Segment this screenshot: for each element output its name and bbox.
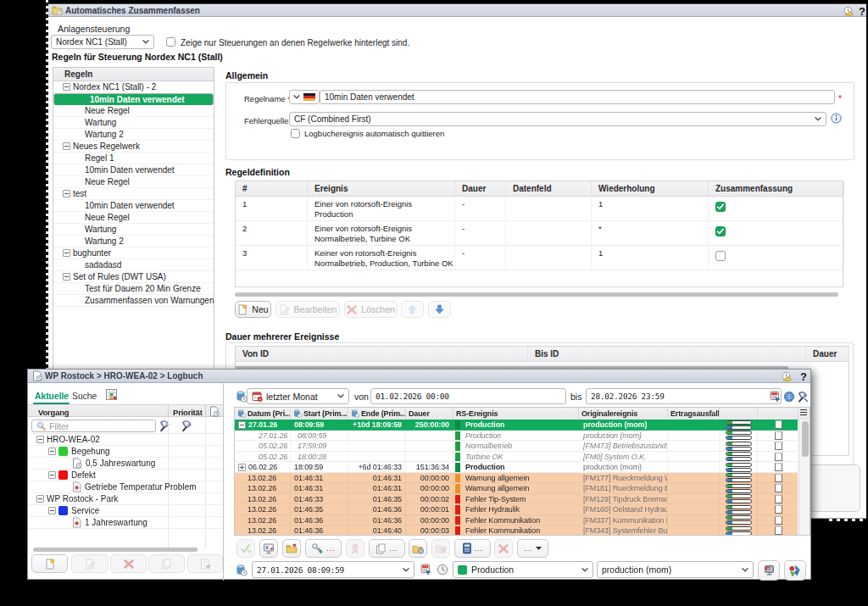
table-vscrollbar-track[interactable] bbox=[798, 420, 810, 536]
neu-button[interactable]: Neu bbox=[235, 301, 271, 318]
logbook-database-icon[interactable] bbox=[236, 391, 248, 403]
clock-icon[interactable] bbox=[437, 564, 448, 575]
export-entry-button[interactable] bbox=[187, 554, 223, 573]
logtable-row[interactable]: 27.01.2608:09:59+10d 18:09:59250:00:00Pr… bbox=[235, 420, 798, 431]
attach-key-button[interactable]: ... bbox=[305, 539, 342, 558]
vorgang-column-header[interactable]: Vorgang bbox=[38, 408, 69, 417]
rules-tree-item[interactable]: Zusammenfassen von Warnungen un bbox=[53, 295, 214, 307]
globe-icon[interactable] bbox=[783, 391, 795, 403]
dauer-column-header[interactable]: Dauer bbox=[806, 347, 849, 361]
entry-database-icon[interactable] bbox=[236, 564, 248, 576]
logbuch-tree-item[interactable]: 0,5 Jahreswartung bbox=[28, 458, 223, 470]
rules-tree-item[interactable]: Regel 1 bbox=[53, 153, 214, 164]
regeldefinition-column-header[interactable]: Wiederholung bbox=[592, 181, 709, 196]
zusammenfassung-checkbox[interactable] bbox=[715, 226, 726, 236]
logtable-row[interactable]: 13.02.2601:46:3601:46:4000:00:03Fehler K… bbox=[235, 525, 798, 536]
rules-tree-item[interactable]: test bbox=[53, 188, 214, 200]
rules-tree-item[interactable]: Neue Regel bbox=[53, 212, 214, 224]
move-down-button[interactable] bbox=[428, 301, 451, 318]
quittiert-checkbox[interactable] bbox=[775, 442, 782, 450]
delete-button[interactable] bbox=[494, 539, 513, 558]
regeldefinition-row[interactable]: 2Einer von rotorsoft-EreignisNormalbetri… bbox=[236, 220, 843, 246]
prioritaet-funnel-icon[interactable] bbox=[181, 420, 193, 432]
collapse-box-icon[interactable] bbox=[48, 471, 56, 479]
logtable-row[interactable]: 13.02.2601:46:3101:46:3100:00:00Warnung … bbox=[235, 473, 798, 484]
logtable-row[interactable]: 13.02.2601:46:3501:46:3600:00:01Fehler H… bbox=[235, 504, 798, 515]
back-help-button[interactable]: ? bbox=[859, 5, 865, 18]
acknowledge-button[interactable] bbox=[236, 539, 255, 558]
logtable-column-header[interactable]: Dauer bbox=[406, 408, 453, 420]
logbuch-tree-item[interactable]: HRO-WEA-02 bbox=[28, 434, 223, 446]
rules-tree-item[interactable]: Wartung 2 bbox=[53, 236, 214, 247]
logtable-column-header[interactable]: Ertragsausfall bbox=[668, 408, 720, 420]
logbuch-tree-item[interactable]: WP Rostock - Park bbox=[28, 493, 223, 505]
quittiert-checkbox[interactable] bbox=[775, 505, 782, 514]
bis-date-input[interactable]: 28.02.2026 23:59 bbox=[586, 388, 782, 404]
doc-clock-column-icon[interactable] bbox=[209, 406, 220, 417]
quittiert-checkbox[interactable] bbox=[775, 474, 782, 482]
rules-tree-item[interactable]: sadadasd bbox=[53, 259, 214, 271]
date-range-select[interactable]: letzter Monat bbox=[247, 388, 349, 404]
logbuch-tree-item[interactable]: Begehung bbox=[28, 446, 223, 458]
collapse-box-icon[interactable] bbox=[63, 83, 70, 91]
tab-suche[interactable]: Suche bbox=[72, 391, 97, 401]
regeldefinition-column-header[interactable]: Datenfeld bbox=[506, 181, 592, 196]
quittieren-checkbox[interactable] bbox=[291, 129, 300, 138]
quittiert-checkbox[interactable] bbox=[775, 484, 782, 492]
calculator-button[interactable]: ... bbox=[454, 539, 491, 558]
open-folder-button[interactable] bbox=[282, 539, 301, 558]
logtable-column-header[interactable]: Originalereignis bbox=[579, 408, 668, 420]
rules-tree-item[interactable]: Wartung bbox=[53, 117, 214, 129]
logtable-row[interactable]: 13.02.2601:46:3601:46:3600:00:00Fehler K… bbox=[235, 515, 798, 526]
collapse-box-icon[interactable] bbox=[36, 436, 44, 443]
logtable-column-header[interactable] bbox=[758, 408, 798, 420]
zusammenfassung-checkbox[interactable] bbox=[715, 251, 726, 261]
info-icon[interactable] bbox=[831, 113, 842, 124]
report-small-icon[interactable] bbox=[420, 564, 432, 575]
collapse-box-icon[interactable] bbox=[36, 495, 44, 503]
collapse-box-icon[interactable] bbox=[63, 190, 70, 197]
rules-tree-item[interactable]: 10min Daten verwendet bbox=[53, 200, 214, 212]
rules-tree-item[interactable]: 10min Daten verwendet bbox=[53, 164, 214, 176]
bearbeiten-button[interactable]: Bearbeiten bbox=[275, 301, 340, 318]
regelname-input[interactable]: 10min Daten verwendet bbox=[320, 90, 835, 104]
table-vscrollbar-thumb[interactable] bbox=[802, 421, 809, 457]
move-up-button[interactable] bbox=[401, 301, 424, 318]
funnel-settings-icon[interactable] bbox=[797, 391, 809, 403]
more-button[interactable]: ... bbox=[517, 539, 548, 558]
event-select[interactable]: Production bbox=[453, 561, 593, 578]
logtable-column-header[interactable]: Ende (Prim... bbox=[348, 408, 406, 420]
quittiert-checkbox[interactable] bbox=[775, 526, 782, 535]
rules-tree-item[interactable]: 10min Daten verwendet bbox=[53, 93, 214, 105]
logtable-column-header[interactable]: Start (Prim... bbox=[291, 408, 348, 420]
von-date-input[interactable]: 01.02.2026 00:00 bbox=[370, 388, 566, 404]
dauer-column-header[interactable]: Von ID bbox=[236, 347, 528, 361]
collapse-box-icon[interactable] bbox=[48, 507, 56, 514]
logtable-column-header[interactable]: Datum (Pri... bbox=[235, 408, 291, 420]
ribbon-button[interactable] bbox=[346, 539, 364, 558]
regeldefinition-hscrollbar[interactable] bbox=[235, 292, 838, 297]
logtable-row[interactable]: 05.02.2618:00:28Turbine OK[FM0] System O… bbox=[235, 452, 798, 463]
rotorsoft-logo-button[interactable] bbox=[784, 560, 806, 581]
logtable-row[interactable]: 06.02.2618:09:59+6d 01:46:33151:36:34Pro… bbox=[235, 462, 798, 473]
delete-entry-button[interactable] bbox=[110, 554, 147, 573]
filter-input[interactable]: Filter bbox=[31, 420, 156, 432]
print-button[interactable] bbox=[758, 560, 780, 581]
screen-button[interactable] bbox=[259, 539, 278, 558]
regeldefinition-row[interactable]: 1Einer von rotorsoft-EreignisProduction-… bbox=[236, 196, 843, 221]
logtable-row[interactable]: 13.02.2601:46:3301:46:3500:00:02Fehler T… bbox=[235, 494, 798, 505]
folder-settings-button[interactable] bbox=[409, 539, 427, 558]
rules-tree-item[interactable]: Test für Dauern 20 Min Grenze bbox=[53, 283, 214, 295]
filter-funnel-icon[interactable] bbox=[159, 420, 171, 432]
folder-archive-button[interactable] bbox=[431, 539, 450, 558]
logtable-row[interactable]: 05.02.2617:59:09Normalbetrieb[FM473] Bet… bbox=[235, 441, 798, 452]
quittiert-checkbox[interactable] bbox=[775, 431, 782, 440]
new-entry-button[interactable] bbox=[31, 554, 68, 573]
rules-tree-item[interactable]: Neues Regelwerk bbox=[53, 141, 214, 153]
table-menu-icon[interactable] bbox=[799, 409, 808, 416]
alarm-edit-icon[interactable] bbox=[781, 371, 793, 382]
collapse-box-icon[interactable] bbox=[63, 273, 70, 281]
logtable-column-header[interactable]: RS-Ereignis bbox=[453, 408, 579, 420]
collapse-box-icon[interactable] bbox=[238, 421, 246, 429]
rules-tree-item[interactable]: Neue Regel bbox=[53, 176, 214, 188]
